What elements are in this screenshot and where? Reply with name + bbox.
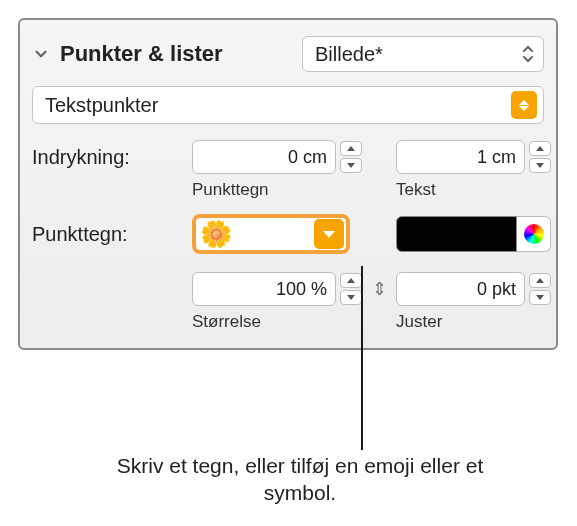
callout-caption: Skriv et tegn, eller tilføj en emoji ell…	[110, 452, 490, 507]
text-indent-sublabel: Tekst	[396, 178, 551, 200]
section-title: Punkter & lister	[60, 41, 223, 67]
stepper-down-button[interactable]	[529, 158, 551, 173]
flower-icon: 🌼	[200, 221, 232, 247]
bullet-character-popup[interactable]: 🌼	[192, 214, 350, 254]
disclosure-chevron-icon[interactable]	[32, 45, 50, 63]
stepper-down-button[interactable]	[340, 290, 362, 305]
bullet-indent-sublabel: Punkttegn	[192, 178, 362, 200]
stepper-down-button[interactable]	[529, 290, 551, 305]
list-style-value: Billede*	[315, 43, 383, 66]
text-indent-stepper[interactable]: 1 cm	[396, 140, 551, 174]
bullet-char-label: Punkttegn:	[32, 223, 184, 246]
bullet-type-popup[interactable]: Tekstpunkter	[32, 86, 544, 124]
stepper-down-button[interactable]	[340, 158, 362, 173]
bullet-type-value: Tekstpunkter	[45, 94, 158, 117]
color-swatch[interactable]	[396, 216, 517, 252]
color-wheel-icon	[524, 224, 544, 244]
list-style-popup[interactable]: Billede*	[302, 36, 544, 72]
bullet-color-well[interactable]	[396, 216, 551, 252]
stepper-up-button[interactable]	[340, 141, 362, 156]
align-value[interactable]: 0 pkt	[396, 272, 525, 306]
indent-label: Indrykning:	[32, 146, 184, 169]
size-sublabel: Størrelse	[192, 310, 362, 332]
stepper-up-button[interactable]	[529, 273, 551, 288]
popup-arrows-icon	[511, 91, 537, 119]
color-picker-button[interactable]	[517, 216, 551, 252]
size-stepper[interactable]: 100 %	[192, 272, 362, 306]
bullet-indent-value[interactable]: 0 cm	[192, 140, 336, 174]
chevron-up-down-icon	[521, 45, 535, 63]
stepper-up-button[interactable]	[529, 141, 551, 156]
stepper-up-button[interactable]	[340, 273, 362, 288]
vertical-resize-icon: ⇕	[370, 278, 388, 300]
align-stepper[interactable]: 0 pkt	[396, 272, 551, 306]
bullet-indent-stepper[interactable]: 0 cm	[192, 140, 362, 174]
callout-line	[361, 266, 363, 450]
text-indent-value[interactable]: 1 cm	[396, 140, 525, 174]
dropdown-arrow-icon	[314, 219, 344, 249]
bullets-lists-panel: Punkter & lister Billede* Tekstpunkter I…	[18, 18, 558, 350]
align-sublabel: Juster	[396, 310, 551, 332]
size-value[interactable]: 100 %	[192, 272, 336, 306]
section-header-row: Punkter & lister Billede*	[32, 30, 544, 86]
